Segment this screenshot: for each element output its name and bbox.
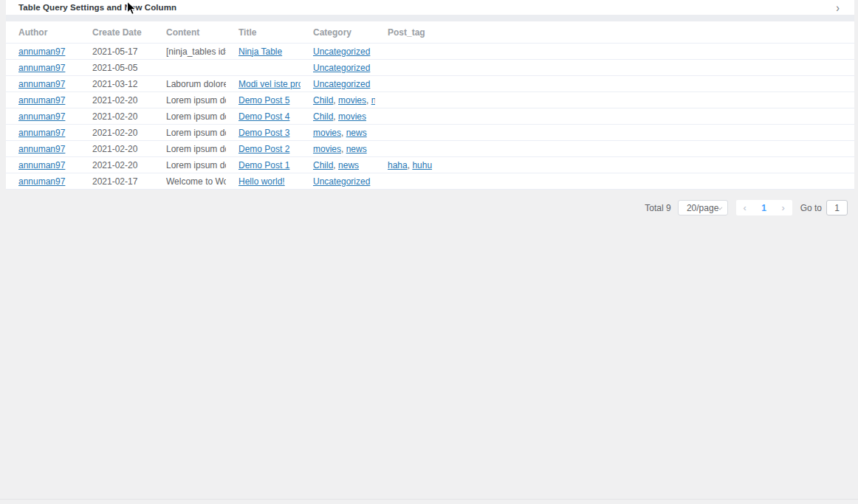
title-cell: Demo Post 2 bbox=[226, 144, 301, 154]
author-cell: annuman97 bbox=[6, 46, 80, 57]
create-date-cell: 2021-02-20 bbox=[80, 128, 154, 138]
post-tag-link[interactable]: huhu bbox=[412, 160, 432, 170]
category-cell: movies, news bbox=[301, 144, 375, 154]
content-cell: Welcome to Wor... bbox=[154, 176, 226, 187]
category-link[interactable]: Uncategorized bbox=[313, 63, 370, 73]
create-date-cell: 2021-02-20 bbox=[80, 111, 154, 122]
table-row: annuman972021-02-20Lorem ipsum dol...Dem… bbox=[6, 141, 854, 157]
category-link[interactable]: movies bbox=[313, 128, 341, 138]
content-cell: [ninja_tables id=... bbox=[154, 46, 226, 57]
author-cell: annuman97 bbox=[6, 160, 80, 170]
category-cell: Uncategorized bbox=[301, 79, 375, 89]
table-row: annuman972021-02-20Lorem ipsum dol...Dem… bbox=[6, 108, 854, 125]
list-separator: , bbox=[341, 144, 346, 154]
create-date-cell: 2021-02-20 bbox=[80, 95, 154, 106]
category-link[interactable]: Uncategorized bbox=[313, 79, 370, 89]
create-date-cell: 2021-05-17 bbox=[80, 46, 154, 57]
table-row: annuman972021-05-17[ninja_tables id=...N… bbox=[6, 44, 854, 60]
page-number-1[interactable]: 1 bbox=[754, 200, 775, 215]
title-cell: Demo Post 3 bbox=[226, 128, 301, 138]
author-cell: annuman97 bbox=[6, 79, 80, 89]
create-date-cell: 2021-03-12 bbox=[80, 79, 154, 89]
category-link[interactable]: Child bbox=[313, 160, 333, 170]
list-separator: , bbox=[341, 128, 346, 138]
author-link[interactable]: annuman97 bbox=[18, 79, 65, 89]
table-row: annuman972021-02-20Lorem ipsum dol...Dem… bbox=[6, 157, 854, 173]
post-tag-link[interactable]: haha bbox=[388, 160, 408, 170]
list-separator: , bbox=[366, 95, 371, 106]
table-row: annuman972021-02-20Lorem ipsum dol...Dem… bbox=[6, 125, 854, 141]
panel-titlebar[interactable]: Table Query Settings and New Column › bbox=[6, 0, 854, 15]
posts-table: Author Create Date Content Title Categor… bbox=[6, 21, 854, 190]
category-cell: Child, news bbox=[301, 160, 375, 170]
pagination-bar: Total 9 20/page ‹ 1 › Go to bbox=[645, 200, 848, 215]
category-link[interactable]: movies bbox=[313, 144, 341, 154]
category-link[interactable]: news bbox=[338, 160, 359, 170]
create-date-cell: 2021-02-20 bbox=[80, 160, 154, 170]
next-page-button[interactable]: › bbox=[775, 200, 792, 215]
column-header-post-tag: Post_tag bbox=[375, 27, 854, 38]
author-link[interactable]: annuman97 bbox=[18, 160, 65, 170]
pager: ‹ 1 › bbox=[736, 200, 792, 215]
category-link[interactable]: ne... bbox=[371, 95, 375, 106]
content-cell: Lorem ipsum dol... bbox=[154, 144, 226, 154]
post-title-link[interactable]: Demo Post 3 bbox=[238, 128, 289, 138]
author-link[interactable]: annuman97 bbox=[18, 176, 65, 187]
category-link[interactable]: news bbox=[346, 144, 367, 154]
window-bottom-edge bbox=[0, 499, 858, 500]
prev-page-button[interactable]: ‹ bbox=[736, 200, 754, 215]
author-link[interactable]: annuman97 bbox=[18, 111, 65, 122]
divider-strip bbox=[6, 15, 854, 21]
category-link[interactable]: Child bbox=[313, 111, 333, 122]
goto-page-input[interactable] bbox=[826, 200, 848, 215]
category-link[interactable]: movies bbox=[338, 111, 366, 122]
category-cell: Uncategorized bbox=[301, 63, 375, 73]
author-cell: annuman97 bbox=[6, 128, 80, 138]
content-cell: Lorem ipsum dol... bbox=[154, 128, 226, 138]
post-title-link[interactable]: Demo Post 2 bbox=[238, 144, 289, 154]
category-link[interactable]: Uncategorized bbox=[313, 176, 370, 187]
author-link[interactable]: annuman97 bbox=[18, 144, 65, 154]
author-cell: annuman97 bbox=[6, 63, 80, 73]
category-link[interactable]: movies bbox=[338, 95, 366, 106]
post-title-link[interactable]: Ninja Table bbox=[238, 46, 282, 57]
post-title-link[interactable]: Demo Post 5 bbox=[238, 95, 289, 106]
table-body: annuman972021-05-17[ninja_tables id=...N… bbox=[6, 44, 854, 190]
author-link[interactable]: annuman97 bbox=[18, 128, 65, 138]
title-cell: Hello world! bbox=[226, 176, 301, 187]
content-cell: Lorem ipsum dol... bbox=[154, 160, 226, 170]
panel-title: Table Query Settings and New Column bbox=[18, 3, 176, 12]
content-cell: Laborum dolore... bbox=[154, 79, 226, 89]
author-cell: annuman97 bbox=[6, 144, 80, 154]
create-date-cell: 2021-05-05 bbox=[80, 63, 154, 73]
title-cell: Ninja Table bbox=[226, 46, 301, 57]
category-link[interactable]: Child bbox=[313, 95, 333, 106]
author-cell: annuman97 bbox=[6, 176, 80, 187]
title-cell: Demo Post 1 bbox=[226, 160, 301, 170]
author-cell: annuman97 bbox=[6, 95, 80, 106]
category-link[interactable]: news bbox=[346, 128, 367, 138]
table-row: annuman972021-03-12Laborum dolore...Modi… bbox=[6, 76, 854, 92]
column-header-title: Title bbox=[226, 27, 301, 38]
author-link[interactable]: annuman97 bbox=[18, 95, 65, 106]
post-title-link[interactable]: Hello world! bbox=[238, 176, 285, 187]
post-title-link[interactable]: Demo Post 1 bbox=[238, 160, 289, 170]
content-panel: Table Query Settings and New Column › Au… bbox=[6, 0, 854, 190]
post-title-link[interactable]: Demo Post 4 bbox=[238, 111, 289, 122]
author-link[interactable]: annuman97 bbox=[18, 46, 65, 57]
category-cell: Uncategorized bbox=[301, 46, 375, 57]
table-row: annuman972021-02-17Welcome to Wor...Hell… bbox=[6, 173, 854, 190]
create-date-cell: 2021-02-17 bbox=[80, 176, 154, 187]
category-link[interactable]: Uncategorized bbox=[313, 46, 370, 57]
author-cell: annuman97 bbox=[6, 111, 80, 122]
category-cell: Child, movies bbox=[301, 111, 375, 122]
author-link[interactable]: annuman97 bbox=[18, 63, 65, 73]
chevron-right-icon[interactable]: › bbox=[836, 1, 840, 13]
page-size-select[interactable]: 20/page bbox=[678, 200, 728, 215]
table-row: annuman972021-02-20Lorem ipsum dol...Dem… bbox=[6, 92, 854, 108]
column-header-author: Author bbox=[6, 27, 80, 38]
page-size-value: 20/page bbox=[687, 203, 718, 213]
column-header-content: Content bbox=[154, 27, 226, 38]
title-cell: Demo Post 4 bbox=[226, 111, 301, 122]
post-title-link[interactable]: Modi vel iste pro... bbox=[238, 79, 301, 89]
